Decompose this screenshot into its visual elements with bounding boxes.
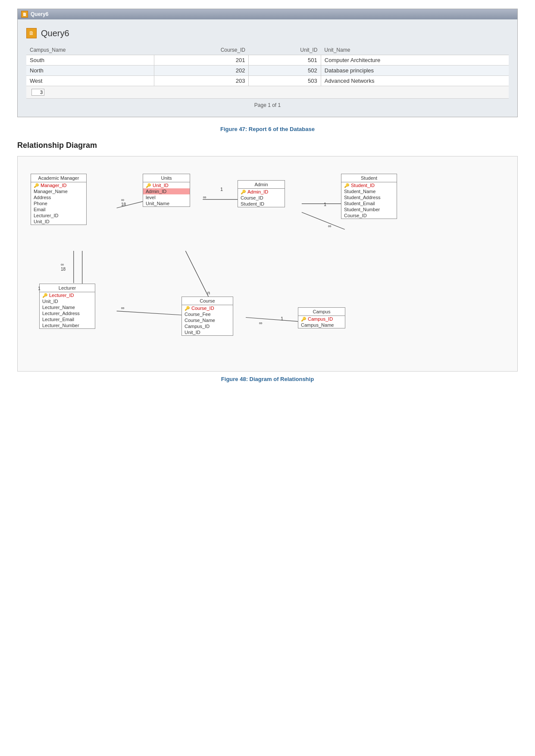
entity-course: Course 🔑 Course_ID Course_Fee Course_Nam… — [181, 297, 233, 336]
entity-academic-manager: Academic Manager 🔑 Manager_ID Manager_Na… — [31, 174, 87, 225]
record-nav-row — [26, 86, 509, 99]
field-course-fee: Course_Fee — [182, 311, 233, 317]
svg-line-5 — [117, 311, 186, 316]
field-unit-id-u: 🔑 Unit_ID — [143, 182, 190, 188]
cell-unit-name: Computer Architecture — [321, 55, 509, 66]
field-manager-name: Manager_Name — [31, 188, 86, 194]
query-window: 🗎 Query6 🗎 Query6 Campus_Name Course_ID … — [17, 9, 518, 117]
table-header-row: Campus_Name Course_ID Unit_ID Unit_Name — [26, 45, 509, 55]
pk-icon-student: 🔑 — [344, 183, 349, 188]
query-header-icon: 🗎 — [26, 28, 37, 38]
query-content: 🗎 Query6 Campus_Name Course_ID Unit_ID U… — [18, 19, 517, 117]
pk-icon: 🔑 — [34, 183, 39, 188]
field-lecturer-name: Lecturer_Name — [40, 304, 95, 310]
field-lecturer-address: Lecturer_Address — [40, 310, 95, 316]
entity-campus: Campus 🔑 Campus_ID Campus_Name — [298, 307, 345, 328]
table-row: West 203 503 Advanced Networks — [26, 76, 509, 86]
relationship-section-title: Relationship Diagram — [17, 141, 518, 150]
figure48-caption: Figure 48: Diagram of Relationship — [17, 376, 518, 382]
admin-title: Admin — [238, 181, 285, 189]
pk-icon-campus: 🔑 — [301, 317, 306, 322]
lecturer-title: Lecturer — [40, 284, 95, 292]
table-row: South 201 501 Computer Architecture — [26, 55, 509, 66]
entity-admin: Admin 🔑 Admin_ID Course_ID Student_ID — [238, 180, 285, 207]
col-course-id: Course_ID — [154, 45, 249, 55]
field-student-number: Student_Number — [341, 206, 397, 212]
record-nav — [30, 88, 505, 97]
pk-icon-lecturer: 🔑 — [42, 293, 47, 298]
cell-campus: North — [26, 66, 154, 76]
cell-unit-name: Database principles — [321, 66, 509, 76]
student-title: Student — [341, 174, 397, 182]
pk-icon-units: 🔑 — [146, 183, 151, 188]
pk-icon-admin: 🔑 — [241, 190, 246, 194]
field-manager-id: 🔑 Manager_ID — [31, 182, 86, 188]
col-campus-name: Campus_Name — [26, 45, 154, 55]
cardinality-lec-course-inf: ∞ — [121, 305, 125, 310]
col-unit-id: Unit_ID — [249, 45, 321, 55]
table-row: North 202 502 Database principles — [26, 66, 509, 76]
cell-campus: South — [26, 55, 154, 66]
data-table: Campus_Name Course_ID Unit_ID Unit_Name … — [26, 45, 509, 99]
record-nav-input[interactable] — [31, 89, 44, 96]
query-header-title: Query6 — [41, 28, 69, 38]
field-student-id: 🔑 Student_ID — [341, 182, 397, 188]
svg-line-6 — [246, 318, 302, 322]
field-campus-name: Campus_Name — [298, 322, 345, 328]
cell-unit-id: 503 — [249, 76, 321, 86]
field-lecturer-number: Lecturer_Number — [40, 322, 95, 328]
col-unit-name: Unit_Name — [321, 45, 509, 55]
entity-units: Units 🔑 Unit_ID Admin_ID level Unit_Name — [143, 174, 190, 207]
svg-line-4 — [302, 212, 345, 229]
entity-lecturer: Lecturer 🔑 Lecturer_ID Unit_ID Lecturer_… — [39, 284, 95, 329]
field-course-name: Course_Name — [182, 317, 233, 323]
cardinality-course-campus-inf: ∞ — [259, 320, 263, 325]
field-admin-id: 🔑 Admin_ID — [238, 189, 285, 195]
cell-unit-name: Advanced Networks — [321, 76, 509, 86]
cardinality-am-units: ∞18 — [121, 197, 126, 207]
cardinality-admin-student-inf: ∞ — [328, 223, 332, 228]
field-unit-id-l: Unit_ID — [40, 298, 95, 304]
cardinality-units-admin-inf: ∞ — [203, 194, 206, 200]
figure47-caption: Figure 47: Report 6 of the Database — [17, 126, 518, 132]
record-nav-cell — [26, 86, 509, 99]
field-campus-id: 🔑 Campus_ID — [298, 316, 345, 322]
field-lecturer-id-l: 🔑 Lecturer_ID — [40, 292, 95, 298]
field-student-address: Student_Address — [341, 194, 397, 200]
field-phone: Phone — [31, 200, 86, 206]
relationship-diagram: Academic Manager 🔑 Manager_ID Manager_Na… — [17, 156, 518, 372]
cell-course-id: 202 — [154, 66, 249, 76]
cardinality-course-campus-1: 1 — [281, 316, 283, 321]
field-student-id-a: Student_ID — [238, 201, 285, 207]
cell-course-id: 201 — [154, 55, 249, 66]
course-title: Course — [182, 297, 233, 305]
cardinality-lec-1: 1 — [38, 286, 41, 291]
field-address: Address — [31, 194, 86, 200]
cell-unit-id: 502 — [249, 66, 321, 76]
cardinality-course-n: n — [207, 290, 210, 295]
query-titlebar: 🗎 Query6 — [18, 9, 517, 19]
field-lecturer-id: Lecturer_ID — [31, 212, 86, 219]
cell-campus: West — [26, 76, 154, 86]
field-course-id-s: Course_ID — [341, 212, 397, 219]
cardinality-am-lec: ∞18 — [61, 262, 66, 272]
field-admin-id-u: Admin_ID — [143, 188, 190, 194]
query-titlebar-icon: 🗎 — [21, 11, 28, 18]
field-campus-id-c: Campus_ID — [182, 323, 233, 329]
cardinality-units-admin-1: 1 — [220, 187, 223, 192]
field-student-name: Student_Name — [341, 188, 397, 194]
field-unit-name-u: Unit_Name — [143, 200, 190, 206]
pk-icon-course: 🔑 — [185, 306, 190, 311]
academic-manager-title: Academic Manager — [31, 174, 86, 182]
field-unit-id-am: Unit_ID — [31, 219, 86, 225]
cell-course-id: 203 — [154, 76, 249, 86]
field-email: Email — [31, 206, 86, 212]
query-header: 🗎 Query6 — [26, 28, 509, 38]
field-course-id-a: Course_ID — [238, 195, 285, 201]
field-course-id-c: 🔑 Course_ID — [182, 305, 233, 311]
field-lecturer-email: Lecturer_Email — [40, 316, 95, 322]
field-level: level — [143, 194, 190, 200]
units-title: Units — [143, 174, 190, 182]
cell-unit-id: 501 — [249, 55, 321, 66]
cardinality-admin-student-1: 1 — [324, 202, 326, 207]
